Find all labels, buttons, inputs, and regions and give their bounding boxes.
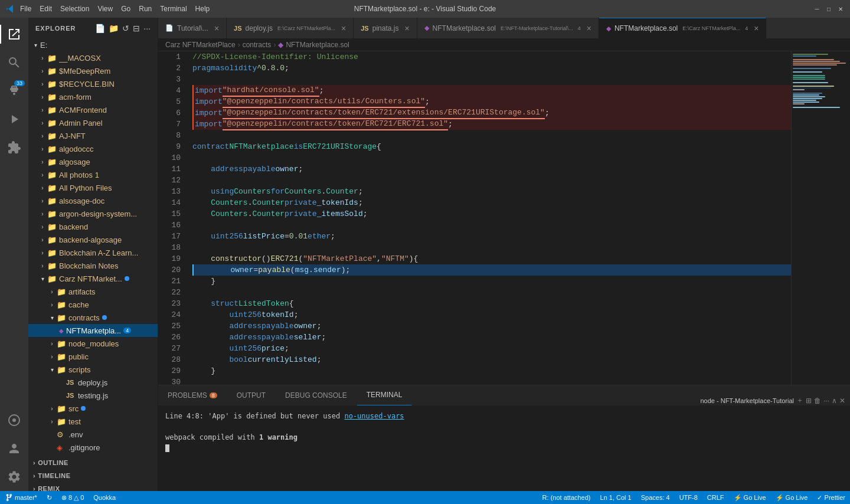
tree-item-blockchain-az[interactable]: › 📁 Blockchain A-Z Learn... xyxy=(28,246,158,259)
refresh-icon[interactable]: ↺ xyxy=(122,24,129,33)
collapse-icon[interactable]: ⊟ xyxy=(133,24,140,33)
chevron-up-icon[interactable]: ∧ xyxy=(832,397,837,405)
new-folder-icon[interactable]: 📁 xyxy=(109,24,119,33)
tree-item-acm-form[interactable]: › 📁 acm-form xyxy=(28,90,158,103)
tree-item-algosage[interactable]: › 📁 algosage xyxy=(28,155,158,168)
menu-selection[interactable]: Selection xyxy=(60,5,89,13)
new-file-icon[interactable]: 📄 xyxy=(95,24,105,33)
tree-item-scripts[interactable]: ▾ 📁 scripts xyxy=(28,363,158,376)
tree-item-acmfrontend[interactable]: › 📁 ACMFrontend xyxy=(28,103,158,116)
tree-item-carz[interactable]: ▾ 📁 Carz NFTMarket... xyxy=(28,272,158,285)
tree-item-cache[interactable]: › 📁 cache xyxy=(28,298,158,311)
sync-status[interactable]: ↻ xyxy=(42,491,57,504)
tree-item-gitignore[interactable]: ◈ .gitignore xyxy=(28,441,158,454)
tab-pinata-js[interactable]: JS pinata.js × xyxy=(354,18,417,38)
menu-view[interactable]: View xyxy=(97,5,113,13)
panel-tab-problems[interactable]: PROBLEMS 8 xyxy=(158,385,227,405)
sidebar-actions[interactable]: 📄 📁 ↺ ⊟ ··· xyxy=(95,24,151,33)
tree-item-alsosage[interactable]: › 📁 alsosage-doc xyxy=(28,194,158,207)
tree-root[interactable]: ▾ E: xyxy=(28,38,158,51)
close-button[interactable]: ✕ xyxy=(837,5,844,12)
tab-deploy-js[interactable]: JS deploy.js E:\Carz NFTMarketPla... × xyxy=(227,18,354,38)
panel-tab-debug[interactable]: DEBUG CONSOLE xyxy=(276,385,357,405)
tab-nft2-close[interactable]: × xyxy=(587,24,591,33)
menu-bar[interactable]: File Edit Selection View Go Run Terminal… xyxy=(20,5,210,13)
errors-status[interactable]: ⊗ 8 △ 0 xyxy=(57,491,89,504)
tree-item-test[interactable]: › 📁 test xyxy=(28,415,158,428)
extensions-activity-icon[interactable] xyxy=(0,133,28,162)
tree-item-all-photos[interactable]: › 📁 All photos 1 xyxy=(28,168,158,181)
code-editor[interactable]: 12345 678910 1112131415 1617181920 21222… xyxy=(158,51,850,385)
terminal-content[interactable]: Line 4:8: 'App' is defined but never use… xyxy=(158,406,850,491)
tree-item-testing-js[interactable]: JS testing.js xyxy=(28,389,158,402)
menu-edit[interactable]: Edit xyxy=(40,5,52,13)
spaces-status[interactable]: Spaces: 4 xyxy=(636,491,675,504)
account-activity-icon[interactable] xyxy=(0,434,28,463)
menu-run[interactable]: Run xyxy=(139,5,152,13)
git-branch-status[interactable]: master* xyxy=(0,491,42,504)
tree-item-algodoccc[interactable]: › 📁 algodoccc xyxy=(28,142,158,155)
tree-item-macosx[interactable]: › 📁 __MACOSX xyxy=(28,51,158,64)
tree-item-recycle[interactable]: › 📁 $RECYCLE.BIN xyxy=(28,77,158,90)
outline-section[interactable]: › OUTLINE xyxy=(28,456,158,469)
more-actions-icon[interactable]: ··· xyxy=(143,24,151,33)
minimize-button[interactable]: ─ xyxy=(813,5,820,12)
tree-item-aj-nft[interactable]: › 📁 AJ-NFT xyxy=(28,129,158,142)
code-content[interactable]: //SPDX-License-Identifier: Unlicense pra… xyxy=(188,51,791,385)
run-activity-icon[interactable] xyxy=(0,105,28,133)
position-status[interactable]: Ln 1, Col 1 xyxy=(596,491,636,504)
settings-activity-icon[interactable] xyxy=(0,463,28,491)
tree-item-artifacts[interactable]: › 📁 artifacts xyxy=(28,285,158,298)
tree-item-node-modules[interactable]: › 📁 node_modules xyxy=(28,337,158,350)
restore-button[interactable]: □ xyxy=(825,5,832,12)
more-terminal-icon[interactable]: ··· xyxy=(823,397,829,405)
menu-terminal[interactable]: Terminal xyxy=(160,5,187,13)
encoding-status[interactable]: UTF-8 xyxy=(675,491,702,504)
tree-item-contracts[interactable]: ▾ 📁 contracts xyxy=(28,311,158,324)
go-live-status[interactable]: ⚡ Go Live xyxy=(771,491,813,504)
search-activity-icon[interactable] xyxy=(0,48,28,77)
tab-nft1-close[interactable]: × xyxy=(754,24,759,33)
timeline-section[interactable]: › TIMELINE xyxy=(28,469,158,482)
breadcrumb-file[interactable]: NFTMarketplace.sol xyxy=(286,41,349,49)
menu-file[interactable]: File xyxy=(20,5,31,13)
source-control-activity-icon[interactable]: 33 xyxy=(0,77,28,105)
tree-item-deploy-js[interactable]: JS deploy.js xyxy=(28,376,158,389)
remote-status[interactable]: R: (not attached) xyxy=(538,491,596,504)
add-terminal-icon[interactable]: ＋ xyxy=(796,395,803,405)
line-ending-status[interactable]: CRLF xyxy=(702,491,729,504)
menu-go[interactable]: Go xyxy=(121,5,130,13)
tree-item-public[interactable]: › 📁 public xyxy=(28,350,158,363)
remote-activity-icon[interactable] xyxy=(0,406,28,434)
explorer-activity-icon[interactable] xyxy=(0,20,28,48)
tree-item-all-python[interactable]: › 📁 All Python Files xyxy=(28,181,158,194)
trash-terminal-icon[interactable]: 🗑 xyxy=(814,397,821,405)
window-controls[interactable]: ─ □ ✕ xyxy=(813,5,844,12)
tree-item-mfe[interactable]: › 📁 $MfeDeepRem xyxy=(28,64,158,77)
panel-tab-output[interactable]: OUTPUT xyxy=(227,385,276,405)
tab-deploy-close[interactable]: × xyxy=(341,24,346,33)
tab-nft-sol-2[interactable]: ◆ NFTMarketplace.sol E:\NFT-Marketplace-… xyxy=(417,18,599,38)
remix-section[interactable]: › REMIX xyxy=(28,482,158,491)
quokka-status[interactable]: Quokka xyxy=(89,491,120,504)
tree-item-backend[interactable]: › 📁 backend xyxy=(28,220,158,233)
tab-pinata-close[interactable]: × xyxy=(404,24,409,33)
terminal-link[interactable]: no-unused-vars xyxy=(344,412,404,420)
close-panel-icon[interactable]: ✕ xyxy=(839,397,845,405)
tree-item-src[interactable]: › 📁 src xyxy=(28,402,158,415)
tree-item-env[interactable]: ⚙ .env xyxy=(28,428,158,441)
breadcrumb-root[interactable]: Carz NFTMarketPlace xyxy=(165,41,236,49)
tree-item-backend-algosage[interactable]: › 📁 backend-algosage xyxy=(28,233,158,246)
tree-item-argon[interactable]: › 📁 argon-design-system... xyxy=(28,207,158,220)
tab-nft-sol-1[interactable]: ◆ NFTMarketplace.sol E:\Carz NFTMarketPl… xyxy=(599,18,767,38)
tab-tutorial[interactable]: 📄 Tutorial\... × xyxy=(158,18,227,38)
menu-help[interactable]: Help xyxy=(195,5,210,13)
tree-item-admin[interactable]: › 📁 Admin Panel xyxy=(28,116,158,129)
tree-item-nftmarketplace-sol[interactable]: ◆ NFTMarketpla... 4 xyxy=(28,324,158,337)
tree-item-blockchain-notes[interactable]: › 📁 Blockchain Notes xyxy=(28,259,158,272)
prettier-status[interactable]: ✓ Prettier xyxy=(812,491,850,504)
panel-tab-terminal[interactable]: TERMINAL xyxy=(357,385,413,405)
tab-tutorial-close[interactable]: × xyxy=(214,24,219,33)
split-terminal-icon[interactable]: ⊞ xyxy=(806,397,812,405)
breadcrumb-contracts[interactable]: contracts xyxy=(243,41,272,49)
